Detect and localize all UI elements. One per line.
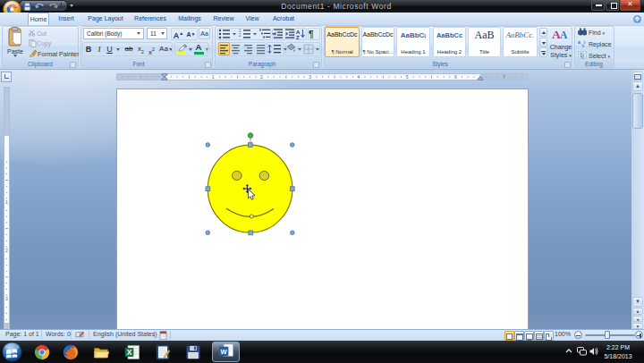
svg-text:b: b [582,43,585,48]
svg-text:2: 2 [239,33,242,38]
svg-text:¶: ¶ [309,30,314,39]
svg-text:Z: Z [296,35,300,40]
svg-text:a: a [578,39,580,45]
svg-text:X: X [127,348,132,357]
svg-text:W: W [221,348,228,356]
